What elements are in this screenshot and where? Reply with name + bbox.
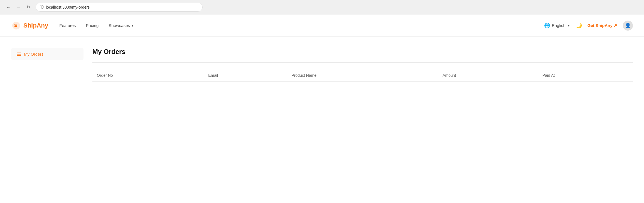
language-label: English [552,23,566,28]
showcases-chevron-icon: ▼ [131,24,134,27]
col-paid-at: Paid At [538,69,633,82]
orders-area: My Orders Order No Email Product Name Am… [92,48,633,82]
navbar: ShipAny Features Pricing Showcases ▼ 🌐 E… [0,14,644,37]
sidebar-item-my-orders[interactable]: My Orders [11,48,83,60]
browser-chrome: ← → ↻ ⓘ localhost:3000/my-orders [0,0,644,14]
sidebar-item-label: My Orders [24,52,43,56]
back-button[interactable]: ← [4,3,12,11]
table-divider [92,62,633,63]
menu-icon [17,53,21,56]
logo-link[interactable]: ShipAny [11,21,48,31]
main-content: My Orders My Orders Order No Email Produ… [0,37,644,93]
table-header-row: Order No Email Product Name Amount Paid … [92,69,633,82]
nav-right: 🌐 English ▼ 🌙 Get ShipAny ↗ 👤 [544,21,633,31]
get-shipany-button[interactable]: Get ShipAny ↗ [588,23,617,28]
browser-controls: ← → ↻ [4,3,32,11]
features-link[interactable]: Features [59,23,76,28]
info-icon: ⓘ [40,5,44,10]
showcases-label: Showcases [109,23,130,28]
language-chevron-icon: ▼ [567,24,570,27]
logo-icon [11,21,21,31]
logo-text: ShipAny [23,22,48,29]
forward-button[interactable]: → [14,3,22,11]
sidebar: My Orders [11,48,83,82]
pricing-link[interactable]: Pricing [86,23,99,28]
language-selector[interactable]: 🌐 English ▼ [544,23,570,29]
showcases-link[interactable]: Showcases ▼ [109,23,134,28]
col-amount: Amount [438,69,538,82]
reload-button[interactable]: ↻ [24,3,32,11]
globe-icon: 🌐 [544,23,550,29]
orders-table: Order No Email Product Name Amount Paid … [92,69,633,82]
avatar[interactable]: 👤 [623,21,633,31]
theme-toggle-button[interactable]: 🌙 [576,23,582,29]
nav-links: Features Pricing Showcases ▼ [59,23,544,28]
page: ShipAny Features Pricing Showcases ▼ 🌐 E… [0,14,644,203]
avatar-image: 👤 [625,23,631,29]
col-order-no: Order No [92,69,204,82]
page-title: My Orders [92,48,633,56]
col-email: Email [204,69,287,82]
url-display: localhost:3000/my-orders [46,5,198,9]
moon-icon: 🌙 [576,23,582,28]
address-bar[interactable]: ⓘ localhost:3000/my-orders [36,3,203,12]
col-product-name: Product Name [287,69,438,82]
table-header: Order No Email Product Name Amount Paid … [92,69,633,82]
